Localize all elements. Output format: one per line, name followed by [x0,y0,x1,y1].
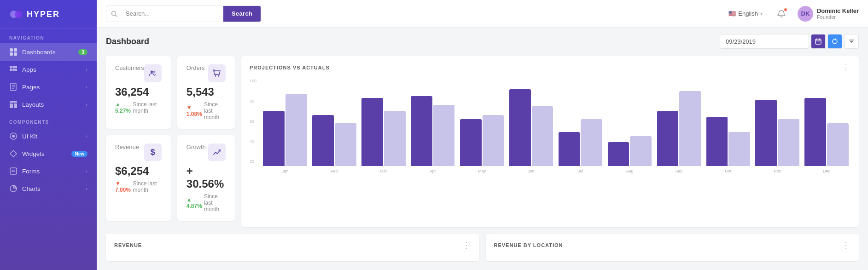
layouts-icon [9,100,17,109]
logo-icon [9,7,23,21]
trend-label-growth: Since last month [204,193,226,213]
sidebar-item-pages[interactable]: Pages › [0,78,97,96]
bar-group-jul: Jul [557,79,605,174]
location-menu-button[interactable]: ⋮ [842,240,851,250]
charts-icon [9,184,17,193]
sidebar-item-layouts[interactable]: Layouts › [0,96,97,113]
bar-primary-jul [559,132,580,166]
search-icon [106,11,122,17]
svg-rect-7 [12,66,15,68]
stats-grid: Customers 36,254 [106,56,235,221]
location-card-header: REVENUE BY LOCATION ⋮ [494,240,851,250]
user-role: Founder [817,14,859,20]
dashboard-icon [9,48,17,56]
bar-primary-apr [411,96,432,166]
svg-point-36 [215,75,216,77]
bar-secondary-apr [433,105,455,166]
notifications-button[interactable] [774,6,789,22]
svg-rect-20 [12,135,15,138]
trend-arrow-customers: ▲ 5.27% [115,101,131,114]
main-area: Search 🇺🇸 English ▾ DK Dominic Keller Fo… [97,0,868,270]
nav-section-label: NAVIGATION [0,29,97,43]
stat-trend-customers: ▲ 5.27% Since last month [115,101,162,114]
pages-icon [9,83,17,91]
bar-group-sep: Sep [655,79,703,174]
apps-icon [9,65,17,74]
bar-label-feb: Feb [331,169,338,173]
language-label: English [738,10,758,17]
stats-column: Customers 36,254 [106,56,235,227]
search-input[interactable] [122,10,223,17]
bar-primary-nov [755,100,777,166]
svg-rect-5 [14,52,17,56]
bar-group-may: May [458,79,506,174]
stat-trend-orders: ▼ 1.08% Since last month [186,101,226,121]
calendar-button[interactable] [811,34,826,49]
filter-button[interactable] [844,34,859,49]
sidebar-label-forms: Forms [22,168,81,175]
sidebar-item-widgets[interactable]: Widgets New [0,145,97,162]
trend-label-orders: Since last month [204,101,226,121]
refresh-button[interactable] [827,34,842,49]
trend-arrow-revenue: ▼ 7.00% [115,180,131,193]
bar-group-jun: Jun [507,79,555,174]
components-section-label: COMPONENTS [0,113,97,127]
svg-rect-8 [15,66,17,68]
language-selector[interactable]: 🇺🇸 English ▾ [728,10,763,17]
sidebar-label-dashboards: Dashboards [22,49,74,56]
pages-arrow: › [86,84,87,90]
svg-point-37 [218,75,220,77]
bar-primary-jan [263,111,285,166]
location-card: REVENUE BY LOCATION ⋮ [486,234,859,261]
user-info: Dominic Keller Founder [817,7,859,20]
sidebar-label-apps: Apps [22,66,81,73]
stat-trend-revenue: ▼ 7.00% Since last month [115,180,162,193]
search-wrapper: Search [106,6,261,22]
page-title: Dashboard [106,37,149,46]
y-label-60: 60 [250,119,256,124]
bar-secondary-may [483,115,504,166]
svg-rect-27 [816,39,821,44]
trend-arrow-orders: ▼ 1.08% [186,104,202,117]
widgets-icon [9,149,17,158]
bar-primary-mar [361,98,383,166]
sidebar-item-apps[interactable]: Apps › [0,61,97,78]
orders-icon [208,64,226,82]
widgets-badge: New [71,151,87,157]
sidebar-item-dashboards[interactable]: Dashboards 3 [0,43,97,61]
sidebar-item-charts[interactable]: Charts › [0,180,97,197]
search-button[interactable]: Search [223,6,261,22]
customers-icon [144,64,162,82]
sidebar-label-pages: Pages [22,84,81,91]
chart-menu-button[interactable]: ⋮ [842,63,851,73]
date-picker[interactable] [720,34,809,49]
bar-label-jan: Jan [282,169,289,173]
stat-card-growth: Growth + 30.56% ▲ 4.87% Since la [177,135,235,221]
stat-trend-growth: ▲ 4.87% Since last month [186,193,226,213]
sidebar-item-forms[interactable]: Forms › [0,162,97,180]
charts-arrow: › [86,186,87,191]
location-title: REVENUE BY LOCATION [494,242,563,248]
stat-label-customers: Customers [115,64,144,71]
sidebar: HYPER NAVIGATION Dashboards 3 Apps › [0,0,97,270]
stat-card-revenue: Revenue $ $6,254 ▼ 7.00% Since last mont… [106,135,171,221]
sidebar-item-uikit[interactable]: UI Kit › [0,127,97,145]
revenue-card: REVENUE ⋮ [106,234,479,261]
bar-group-mar: Mar [360,79,408,174]
bar-primary-may [460,119,482,166]
svg-rect-17 [10,103,13,108]
user-menu[interactable]: DK Dominic Keller Founder [798,6,859,22]
bar-group-jan: Jan [261,79,309,174]
sidebar-label-charts: Charts [22,185,81,192]
bar-label-sep: Sep [675,169,682,173]
stat-card-orders: Orders 5,543 [177,56,235,129]
svg-rect-11 [15,69,17,71]
revenue-menu-button[interactable]: ⋮ [462,240,471,250]
bar-group-nov: Nov [753,79,801,174]
logo-text: HYPER [27,10,60,19]
trend-arrow-growth: ▲ 4.87% [186,196,202,209]
bar-secondary-mar [384,111,406,166]
bar-group-apr: Apr [409,79,457,174]
notification-badge [784,8,787,11]
svg-line-26 [116,15,117,17]
